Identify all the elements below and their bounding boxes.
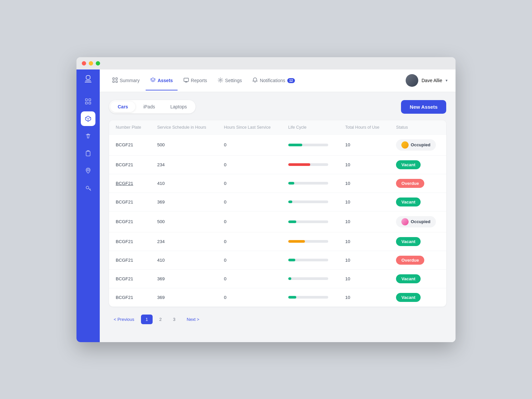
status-badge: Vacant bbox=[396, 198, 421, 206]
sidebar-item-clipboard[interactable] bbox=[81, 146, 95, 161]
sidebar-item-trash[interactable] bbox=[81, 129, 95, 143]
svg-rect-4 bbox=[86, 151, 90, 156]
svg-rect-2 bbox=[85, 102, 87, 104]
prev-page-button[interactable]: < Previous bbox=[109, 315, 139, 324]
title-bar bbox=[76, 57, 456, 69]
cell-total-hours: 10 bbox=[338, 174, 389, 193]
layers-icon bbox=[150, 77, 156, 84]
nav-label-summary: Summary bbox=[120, 78, 140, 83]
cell-hours: 0 bbox=[217, 269, 282, 288]
table-header-row: Number Plate Service Schedule in Hours H… bbox=[109, 120, 446, 135]
user-area[interactable]: Dave Allie ▾ bbox=[406, 74, 448, 87]
nav-item-summary[interactable]: Summary bbox=[108, 75, 144, 86]
notification-badge: 12 bbox=[287, 78, 295, 83]
sidebar-item-location[interactable] bbox=[81, 163, 95, 178]
nav-label-reports: Reports bbox=[191, 78, 207, 83]
content-area: Cars iPads Laptops New Assets Number Pla… bbox=[100, 92, 456, 342]
col-header-status: Status bbox=[389, 120, 446, 135]
cell-lifecycle bbox=[282, 193, 338, 211]
nav-items: Summary Assets bbox=[108, 75, 406, 86]
cell-status: Vacant bbox=[389, 193, 446, 211]
cell-plate: BCGF21 bbox=[109, 269, 151, 288]
col-header-lifecycle: Life Cycle bbox=[282, 120, 338, 135]
avatar bbox=[401, 218, 409, 225]
svg-rect-1 bbox=[89, 99, 91, 101]
maximize-icon[interactable] bbox=[96, 61, 100, 66]
table-row: BCGF21234010Vacant bbox=[109, 155, 446, 174]
sub-tabs: Cars iPads Laptops bbox=[109, 100, 196, 113]
table-row: BCGF21500010Occupied bbox=[109, 134, 446, 155]
status-badge: Overdue bbox=[396, 256, 424, 265]
cell-plate: BCGF21 bbox=[109, 288, 151, 307]
cell-hours: 0 bbox=[217, 211, 282, 232]
page-1-button[interactable]: 1 bbox=[141, 315, 153, 324]
table-row: BCGF21410010Overdue bbox=[109, 174, 446, 193]
nav-item-assets[interactable]: Assets bbox=[146, 75, 178, 86]
cell-total-hours: 10 bbox=[338, 269, 389, 288]
table-row: BCGF21500010Occupied bbox=[109, 211, 446, 232]
sidebar-item-assets[interactable] bbox=[81, 111, 95, 126]
page-3-button[interactable]: 3 bbox=[168, 315, 180, 324]
table-row: BCGF21369010Vacant bbox=[109, 288, 446, 307]
cell-plate: BCGF21 bbox=[109, 251, 151, 269]
user-name: Dave Allie bbox=[422, 78, 442, 83]
lifecycle-bar-fill bbox=[288, 182, 294, 185]
col-header-total: Total Hours of Use bbox=[338, 120, 389, 135]
top-nav: Summary Assets bbox=[100, 69, 456, 92]
lifecycle-bar-bg bbox=[288, 200, 328, 203]
lifecycle-bar-fill bbox=[288, 240, 305, 243]
table-row: BCGF21410010Overdue bbox=[109, 251, 446, 269]
nav-label-settings: Settings bbox=[225, 78, 242, 83]
status-badge: Overdue bbox=[396, 179, 424, 188]
lifecycle-bar-fill bbox=[288, 296, 296, 299]
sub-tab-ipads[interactable]: iPads bbox=[136, 101, 162, 112]
cell-hours: 0 bbox=[217, 232, 282, 251]
cell-schedule: 234 bbox=[151, 232, 217, 251]
minimize-icon[interactable] bbox=[89, 61, 93, 66]
cell-lifecycle bbox=[282, 251, 338, 269]
page-2-button[interactable]: 2 bbox=[155, 315, 166, 324]
cell-status: Overdue bbox=[389, 174, 446, 193]
cell-total-hours: 10 bbox=[338, 193, 389, 211]
cell-status: Vacant bbox=[389, 232, 446, 251]
app-window: Summary Assets bbox=[76, 57, 456, 342]
svg-rect-9 bbox=[113, 81, 114, 82]
col-header-plate: Number Plate bbox=[109, 120, 151, 135]
cell-total-hours: 10 bbox=[338, 232, 389, 251]
sub-tab-laptops[interactable]: Laptops bbox=[163, 101, 194, 112]
cell-status: Overdue bbox=[389, 251, 446, 269]
lifecycle-bar-fill bbox=[288, 220, 296, 223]
cell-lifecycle bbox=[282, 155, 338, 174]
cell-status: Vacant bbox=[389, 288, 446, 307]
nav-item-notifications[interactable]: Notifications 12 bbox=[248, 75, 299, 86]
sidebar bbox=[76, 69, 100, 342]
svg-point-5 bbox=[87, 169, 89, 171]
next-page-button[interactable]: Next > bbox=[182, 315, 204, 324]
cell-hours: 0 bbox=[217, 288, 282, 307]
cell-schedule: 369 bbox=[151, 193, 217, 211]
cell-total-hours: 10 bbox=[338, 288, 389, 307]
svg-rect-0 bbox=[85, 99, 87, 101]
cell-hours: 0 bbox=[217, 174, 282, 193]
app-body: Summary Assets bbox=[76, 69, 456, 342]
lifecycle-bar-bg bbox=[288, 277, 328, 280]
sub-tab-cars[interactable]: Cars bbox=[110, 101, 135, 112]
grid-icon bbox=[112, 77, 118, 84]
sidebar-logo bbox=[83, 75, 93, 86]
sidebar-item-dashboard[interactable] bbox=[81, 94, 95, 109]
cell-hours: 0 bbox=[217, 155, 282, 174]
avatar bbox=[406, 74, 418, 87]
nav-item-settings[interactable]: Settings bbox=[213, 75, 247, 86]
cell-lifecycle bbox=[282, 232, 338, 251]
cell-schedule: 369 bbox=[151, 269, 217, 288]
avatar bbox=[401, 141, 409, 149]
close-icon[interactable] bbox=[82, 61, 86, 66]
new-assets-button[interactable]: New Assets bbox=[401, 100, 446, 114]
cell-status: Vacant bbox=[389, 269, 446, 288]
nav-item-reports[interactable]: Reports bbox=[179, 75, 212, 86]
sidebar-item-key[interactable] bbox=[81, 181, 95, 195]
lifecycle-bar-bg bbox=[288, 240, 328, 243]
col-header-schedule: Service Schedule in Hours bbox=[151, 120, 217, 135]
table-row: BCGF21234010Vacant bbox=[109, 232, 446, 251]
nav-label-assets: Assets bbox=[158, 78, 173, 83]
